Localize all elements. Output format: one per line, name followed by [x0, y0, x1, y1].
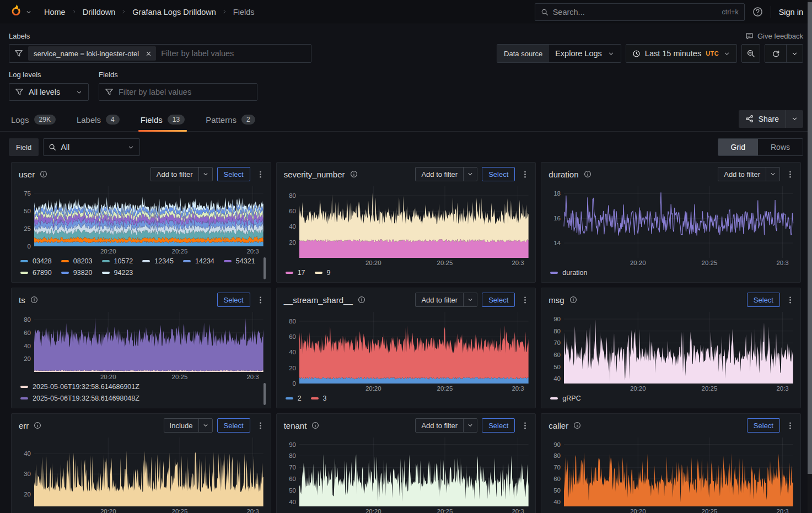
legend-item[interactable]: 54321 — [224, 257, 255, 265]
page-scrollbar-thumb[interactable] — [808, 2, 812, 474]
search-box[interactable]: ctrl+k — [535, 3, 745, 21]
select-button[interactable]: Select — [747, 418, 780, 433]
panel-chart[interactable]: 2040608020:2020:2520:3 — [16, 309, 266, 381]
legend-item[interactable]: 3 — [311, 395, 327, 402]
svg-text:20:25: 20:25 — [702, 260, 718, 266]
select-button[interactable]: Select — [747, 293, 780, 307]
give-feedback-label: Give feedback — [757, 32, 803, 40]
select-button[interactable]: Select — [482, 167, 515, 181]
kebab-menu-icon[interactable] — [519, 420, 531, 431]
page-scrollbar[interactable] — [808, 0, 812, 513]
breadcrumb-item[interactable]: Fields — [232, 8, 256, 17]
include-dropdown[interactable]: Include — [164, 418, 213, 433]
legend-item[interactable]: duration — [550, 269, 587, 277]
data-source-picker[interactable]: Data source Explore Logs — [497, 44, 621, 63]
add-to-filter-dropdown[interactable]: Add to filter — [150, 167, 213, 181]
legend-item[interactable]: 14234 — [183, 257, 214, 265]
panel-chart[interactable]: 40506070809020:2020:2520:3 — [546, 309, 796, 393]
tab-patterns[interactable]: Patterns2 — [203, 110, 257, 131]
legend-item[interactable]: 94223 — [102, 269, 133, 277]
label-filter-chip[interactable]: service_name = loki-ingester-otel — [28, 46, 156, 61]
kebab-menu-icon[interactable] — [519, 295, 531, 305]
breadcrumb-item[interactable]: Drilldown — [82, 8, 117, 17]
grafana-logo-button[interactable] — [9, 4, 32, 20]
svg-text:75: 75 — [24, 190, 31, 197]
kebab-menu-icon[interactable] — [255, 295, 266, 305]
select-button[interactable]: Select — [482, 418, 515, 433]
fields-filter-input[interactable] — [119, 88, 251, 96]
add-to-filter-dropdown[interactable]: Add to filter — [415, 293, 477, 307]
sign-in-link[interactable]: Sign in — [779, 8, 803, 17]
tab-logs[interactable]: Logs29K — [9, 110, 58, 131]
legend-item[interactable]: 2025-05-06T19:32:58.614698048Z — [20, 395, 139, 402]
legend-item[interactable]: gRPC — [550, 395, 580, 402]
legend-item[interactable]: 2025-05-06T19:32:58.614686901Z — [20, 383, 139, 391]
panel-chart[interactable]: 025507520:2020:2520:3 — [16, 183, 266, 256]
legend-label: 08203 — [73, 257, 93, 265]
panel-chart[interactable]: 2040608020:2020:2520:3 — [281, 183, 531, 267]
log-levels-dropdown[interactable]: All levels — [9, 83, 89, 101]
add-to-filter-dropdown[interactable]: Add to filter — [718, 167, 780, 181]
time-range-picker[interactable]: Last 15 minutes UTC — [626, 44, 737, 63]
panel-chart[interactable]: 40506070809020:2020:2520:3 — [281, 434, 531, 513]
panel-chart[interactable]: 20304020:2020:2520:3 — [16, 434, 266, 513]
comment-icon — [745, 32, 754, 40]
tab-fields[interactable]: Fields13 — [138, 110, 187, 131]
refresh-button[interactable] — [765, 45, 786, 62]
panel-chart[interactable]: 14161820:2020:2520:3 — [546, 183, 796, 267]
panel-chart[interactable]: 40506070809020:2020:2520:3 — [546, 434, 796, 513]
breadcrumb-item[interactable]: Grafana Logs Drilldown — [131, 8, 217, 17]
data-source-value[interactable]: Explore Logs — [549, 45, 621, 62]
labels-filter-box[interactable]: service_name = loki-ingester-otel — [9, 44, 311, 63]
info-circle-icon — [350, 170, 358, 178]
tab-labels[interactable]: Labels4 — [74, 110, 122, 131]
add-to-filter-dropdown[interactable]: Add to filter — [415, 167, 477, 181]
close-icon[interactable] — [144, 49, 153, 58]
svg-text:40: 40 — [289, 499, 296, 505]
legend-item[interactable]: 03428 — [20, 257, 52, 265]
fields-filter-box[interactable] — [99, 83, 257, 101]
legend-scrollbar[interactable] — [264, 257, 266, 279]
rows-view-toggle[interactable]: Rows — [758, 139, 803, 155]
give-feedback-link[interactable]: Give feedback — [745, 32, 803, 40]
log-levels-value: All levels — [29, 88, 71, 96]
share-dropdown[interactable] — [786, 110, 803, 128]
grid-view-toggle[interactable]: Grid — [718, 139, 758, 155]
label-values-input[interactable] — [161, 49, 306, 58]
select-button[interactable]: Select — [217, 293, 250, 307]
select-button[interactable]: Select — [482, 293, 515, 307]
kebab-menu-icon[interactable] — [784, 420, 796, 431]
panel-chart[interactable]: 02040608020:2020:2520:3 — [281, 309, 531, 393]
svg-text:20: 20 — [24, 355, 31, 362]
tab-label: Labels — [77, 115, 101, 125]
select-button[interactable]: Select — [217, 418, 250, 433]
svg-text:40: 40 — [289, 349, 296, 355]
svg-text:0: 0 — [292, 380, 295, 387]
legend-item[interactable]: 67890 — [20, 269, 52, 277]
panel-header: durationAdd to filter — [546, 165, 796, 183]
legend-item[interactable]: 93820 — [61, 269, 93, 277]
legend-item[interactable]: 08203 — [61, 257, 93, 265]
legend-item[interactable]: 17 — [286, 269, 305, 277]
kebab-menu-icon[interactable] — [519, 169, 531, 180]
add-to-filter-dropdown[interactable]: Add to filter — [415, 418, 477, 433]
legend-item[interactable]: 2 — [286, 395, 302, 402]
panel-title: severity_number — [284, 170, 345, 179]
field-select-combobox[interactable]: All — [43, 138, 140, 156]
share-button[interactable]: Share — [739, 110, 803, 128]
legend-item[interactable]: 10572 — [102, 257, 133, 265]
legend-scrollbar[interactable] — [264, 383, 266, 405]
kebab-menu-icon[interactable] — [784, 169, 796, 180]
legend-item[interactable]: 9 — [315, 269, 331, 277]
refresh-interval-dropdown[interactable] — [786, 45, 803, 62]
kebab-menu-icon[interactable] — [255, 169, 266, 180]
select-button[interactable]: Select — [217, 167, 250, 181]
kebab-menu-icon[interactable] — [784, 295, 796, 305]
breadcrumb-item[interactable]: Home — [43, 8, 67, 17]
help-circle-icon[interactable] — [752, 7, 763, 17]
kebab-menu-icon[interactable] — [255, 420, 266, 431]
zoom-out-button[interactable] — [741, 44, 760, 63]
panel-header: __stream_shard__Add to filterSelect — [281, 291, 531, 309]
search-input[interactable] — [553, 8, 718, 17]
legend-item[interactable]: 12345 — [142, 257, 174, 265]
